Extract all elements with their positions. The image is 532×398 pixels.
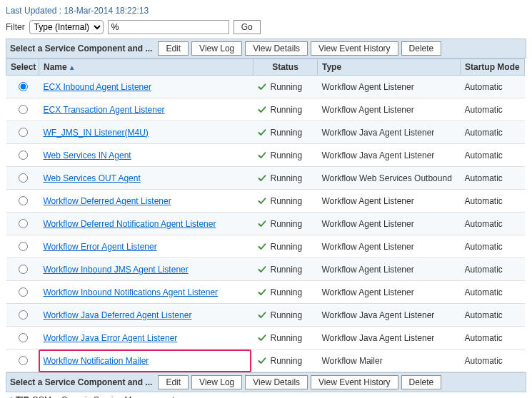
select-radio[interactable]: [19, 173, 28, 183]
table-row: Workflow Deferred Agent ListenerRunningW…: [6, 190, 527, 213]
select-radio[interactable]: [19, 219, 28, 228]
select-radio[interactable]: [19, 105, 28, 114]
mode-cell: Automatic: [461, 281, 525, 304]
select-cell: [6, 235, 39, 258]
tip-row: ✔ TIP GSM = Generic Service Management: [6, 395, 526, 398]
type-cell: Workflow Agent Listener: [318, 281, 461, 304]
table-row: Workflow Deferred Notification Agent Lis…: [6, 213, 527, 235]
name-cell: Web Services IN Agent: [39, 144, 254, 167]
name-cell: Workflow Deferred Notification Agent Lis…: [39, 213, 254, 235]
component-link[interactable]: Workflow Error Agent Listener: [44, 242, 157, 252]
component-link[interactable]: ECX Inbound Agent Listener: [44, 82, 151, 92]
component-link[interactable]: Workflow Java Error Agent Listener: [44, 333, 178, 343]
select-radio[interactable]: [19, 196, 28, 205]
delete-button-bottom[interactable]: Delete: [401, 375, 442, 389]
mode-cell: Automatic: [461, 98, 525, 121]
select-cell: [6, 304, 39, 327]
select-cell: [6, 281, 39, 304]
type-cell: Workflow Web Services Outbound: [318, 167, 461, 190]
delete-button[interactable]: Delete: [401, 41, 442, 56]
select-cell: [6, 349, 39, 372]
mode-cell: Automatic: [461, 327, 525, 349]
status-cell: Running: [254, 213, 318, 235]
select-cell: [6, 144, 39, 167]
status-cell: Running: [254, 235, 318, 258]
running-check-icon: [258, 128, 266, 137]
component-link[interactable]: Web Services OUT Agent: [44, 173, 141, 183]
view-event-history-button-bottom[interactable]: View Event History: [311, 375, 398, 389]
select-radio[interactable]: [19, 333, 28, 342]
table-row: Workflow Notification MailerRunningWorkf…: [6, 349, 527, 372]
name-cell: Workflow Error Agent Listener: [39, 235, 254, 258]
component-link[interactable]: Workflow Inbound JMS Agent Listener: [44, 265, 189, 275]
table-row: Workflow Inbound JMS Agent ListenerRunni…: [6, 258, 527, 281]
status-cell: Running: [254, 349, 318, 372]
mode-cell: Automatic: [461, 258, 525, 281]
component-link[interactable]: Workflow Inbound Notifications Agent Lis…: [44, 287, 219, 297]
select-radio[interactable]: [19, 356, 28, 365]
type-cell: Workflow Agent Listener: [318, 213, 461, 235]
col-startup-mode: Startup Mode: [461, 59, 525, 76]
edit-button[interactable]: Edit: [158, 41, 189, 56]
component-link[interactable]: WF_JMS_IN Listener(M4U): [44, 128, 149, 138]
table-row: Workflow Java Error Agent ListenerRunnin…: [6, 327, 527, 349]
type-cell: Workflow Agent Listener: [318, 258, 461, 281]
component-link[interactable]: Workflow Notification Mailer: [44, 356, 149, 366]
running-check-icon: [258, 288, 266, 297]
filter-type-select[interactable]: Type (Internal): [29, 20, 104, 34]
col-name[interactable]: Name▲: [39, 59, 254, 76]
component-link[interactable]: Workflow Java Deferred Agent Listener: [44, 310, 192, 320]
edit-button-bottom[interactable]: Edit: [158, 375, 189, 389]
name-cell: WF_JMS_IN Listener(M4U): [39, 121, 254, 144]
select-radio[interactable]: [19, 287, 28, 297]
select-radio[interactable]: [19, 310, 28, 320]
component-link[interactable]: Workflow Deferred Agent Listener: [44, 196, 171, 206]
name-cell: Workflow Java Deferred Agent Listener: [39, 304, 254, 327]
col-select: Select: [6, 59, 39, 76]
view-event-history-button[interactable]: View Event History: [311, 41, 398, 56]
view-log-button[interactable]: View Log: [191, 41, 242, 56]
running-check-icon: [258, 220, 266, 228]
name-cell: Workflow Java Error Agent Listener: [39, 327, 254, 349]
mode-cell: Automatic: [461, 349, 525, 372]
status-text: Running: [271, 310, 303, 320]
table-row: Workflow Java Deferred Agent ListenerRun…: [6, 304, 527, 327]
running-check-icon: [258, 106, 266, 114]
view-details-button-bottom[interactable]: View Details: [245, 375, 308, 389]
status-cell: Running: [254, 76, 318, 98]
select-radio[interactable]: [19, 265, 28, 274]
status-cell: Running: [254, 190, 318, 213]
select-radio[interactable]: [19, 150, 28, 160]
last-updated-value: 18-Mar-2014 18:22:13: [64, 6, 149, 16]
status-text: Running: [271, 333, 303, 343]
last-updated: Last Updated : 18-Mar-2014 18:22:13: [6, 6, 526, 16]
component-link[interactable]: Workflow Deferred Notification Agent Lis…: [44, 219, 216, 229]
filter-input[interactable]: [108, 20, 229, 34]
status-cell: Running: [254, 304, 318, 327]
sort-asc-icon: ▲: [69, 63, 76, 71]
table-row: Workflow Inbound Notifications Agent Lis…: [6, 281, 527, 304]
component-link[interactable]: Web Services IN Agent: [44, 150, 131, 160]
status-cell: Running: [254, 98, 318, 121]
select-cell: [6, 121, 39, 144]
view-log-button-bottom[interactable]: View Log: [191, 375, 242, 389]
select-radio[interactable]: [19, 242, 28, 251]
select-cell: [6, 327, 39, 349]
check-icon: ✔: [6, 395, 13, 398]
component-link[interactable]: ECX Transaction Agent Listener: [44, 105, 165, 115]
select-radio[interactable]: [19, 82, 28, 91]
name-cell: Workflow Inbound Notifications Agent Lis…: [39, 281, 254, 304]
filter-bar: Filter Type (Internal) Go: [6, 20, 526, 34]
view-details-button[interactable]: View Details: [245, 41, 308, 56]
running-check-icon: [258, 265, 266, 274]
status-text: Running: [271, 150, 303, 160]
status-text: Running: [271, 219, 303, 229]
mode-cell: Automatic: [461, 167, 525, 190]
mode-cell: Automatic: [461, 76, 525, 98]
instruction-text-bottom: Select a Service Component and ...: [10, 377, 152, 387]
status-text: Running: [271, 82, 303, 92]
mode-cell: Automatic: [461, 190, 525, 213]
go-button[interactable]: Go: [234, 20, 261, 34]
status-cell: Running: [254, 327, 318, 349]
select-radio[interactable]: [19, 128, 28, 137]
